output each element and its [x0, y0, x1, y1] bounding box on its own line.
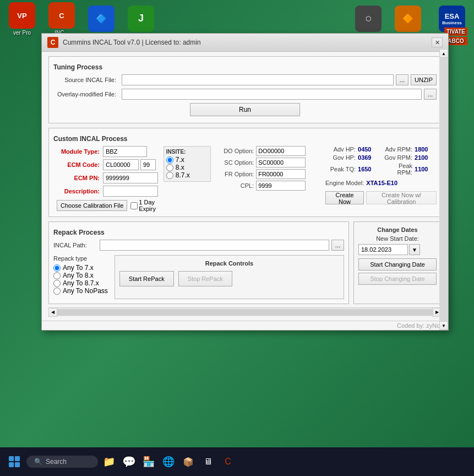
repack-7x-radio[interactable] [53, 264, 61, 272]
description-row: Description: [53, 186, 159, 197]
choose-calibration-button[interactable]: Choose Calibration File [57, 200, 127, 211]
desktop-icon-3[interactable]: 🔷 [84, 6, 119, 33]
taskbar-teams-icon[interactable]: 💬 [120, 453, 138, 470]
module-type-input[interactable] [103, 146, 147, 157]
peak-tq-label: Peak TQ: [325, 166, 356, 172]
desktop-icon-ver-pro[interactable]: VP ver Pro [4, 2, 40, 36]
calendar-button[interactable]: ▼ [409, 244, 420, 255]
day-expiry-checkbox[interactable] [130, 202, 138, 209]
adv-section: Adv HP: 0450 Adv RPM: 1800 Gov HP: 0369 … [325, 146, 437, 204]
repack-8x-label: Any To 8.x [63, 272, 94, 279]
engine-model-row: Engine Model: XTA15-E10 [325, 180, 437, 186]
taskbar-search[interactable]: 🔍 Search [26, 456, 98, 468]
hscroll-track[interactable] [57, 309, 433, 316]
ecm-code-label: ECM Code: [53, 161, 103, 168]
vscroll-up-arrow[interactable]: ▲ [439, 49, 448, 58]
create-now-calibration-button[interactable]: Create Now w/ Calibration [366, 191, 437, 204]
repack-7x-label: Any To 7.x [63, 264, 94, 272]
dialog-title-text: Cummins INCAL Tool v7.0 | Licensed to: a… [63, 39, 201, 46]
overlay-browse-button[interactable]: ... [424, 89, 437, 100]
hscroll-left-arrow[interactable]: ◀ [48, 308, 57, 317]
ecm-code-suffix-input[interactable] [140, 159, 156, 170]
repack-buttons: Start RePack Stop RePack [119, 271, 339, 286]
new-start-date-input[interactable] [358, 244, 408, 255]
sc-option-input[interactable] [256, 158, 306, 167]
adv-hp-value: 0450 [358, 146, 380, 153]
dialog-close-button[interactable]: ✕ [432, 37, 443, 47]
incal-path-input[interactable] [100, 240, 329, 251]
custom-incal-title: Custom INCAL Process [53, 135, 437, 143]
vertical-scrollbar[interactable]: ▲ ▼ [439, 49, 448, 330]
do-option-input[interactable] [256, 146, 306, 156]
create-now-button[interactable]: Create Now [325, 191, 364, 204]
engine-model-label: Engine Model: [325, 180, 364, 186]
insite-87x-label: 8.7.x [176, 171, 190, 179]
stop-repack-button[interactable]: Stop RePack [178, 271, 232, 286]
insite-7x-radio[interactable] [166, 156, 173, 164]
description-input[interactable] [103, 186, 158, 197]
module-type-label: Module Type: [53, 148, 103, 155]
taskbar-app1-icon[interactable]: 📦 [179, 453, 197, 470]
incal-path-row: INCAL Path: ... [53, 240, 344, 251]
insite-8x-radio[interactable] [166, 164, 173, 171]
desktop-icon-5[interactable]: ⬡ [351, 6, 386, 33]
options-section: DO Option: SC Option: FR Option: [215, 146, 321, 191]
vscroll-track[interactable] [439, 58, 448, 321]
source-incal-input[interactable] [122, 74, 394, 85]
ecm-pn-label: ECM PN: [53, 175, 103, 181]
custom-incal-section: Custom INCAL Process Module Type: ECM Co… [48, 128, 442, 217]
desktop-icon-6[interactable]: 🔶 [390, 6, 426, 33]
repack-area: Repack Process INCAL Path: ... Repack ty… [48, 221, 442, 304]
ecm-code-row: ECM Code: [53, 159, 159, 170]
taskbar-store-icon[interactable]: 🏪 [140, 453, 157, 470]
start-button[interactable] [4, 452, 24, 472]
source-incal-row: Source INCAL File: ... UNZIP [53, 74, 437, 85]
dialog-title-icon: C [47, 37, 58, 48]
vscroll-down-arrow[interactable]: ▼ [439, 321, 448, 330]
fr-option-input[interactable] [256, 169, 306, 179]
repack-any-8x[interactable]: Any To 8.x [53, 272, 108, 279]
repack-87x-radio[interactable] [53, 280, 61, 287]
options-col: DO Option: SC Option: FR Option: [215, 146, 321, 212]
repack-8x-radio[interactable] [53, 272, 61, 279]
desktop-icon-4[interactable]: J [123, 6, 159, 33]
start-changing-date-button[interactable]: Start Changing Date [358, 258, 437, 271]
incal-path-label: INCAL Path: [53, 242, 97, 248]
taskbar-rdp-icon[interactable]: 🖥 [199, 453, 217, 470]
adv-hp-label: Adv HP: [325, 146, 356, 153]
insite-7x-option[interactable]: 7.x [166, 156, 208, 164]
insite-87x-option[interactable]: 8.7.x [166, 171, 208, 179]
repack-any-87x[interactable]: Any To 8.7.x [53, 279, 108, 287]
taskbar-app2-icon[interactable]: C [219, 453, 237, 470]
run-button[interactable]: Run [190, 103, 300, 116]
taskbar-edge-icon[interactable]: 🌐 [160, 453, 177, 470]
repack-left-area: Repack Process INCAL Path: ... Repack ty… [53, 226, 344, 299]
cpl-input[interactable] [256, 181, 306, 191]
repack-any-7x[interactable]: Any To 7.x [53, 264, 108, 272]
repack-nopass-radio[interactable] [53, 288, 61, 295]
date-input-row: ▼ [358, 244, 437, 255]
desktop-icon-inc[interactable]: C INC... [44, 2, 79, 36]
start-repack-button[interactable]: Start RePack [119, 271, 174, 286]
dialog-body: Tuning Process Source INCAL File: ... UN… [42, 52, 448, 321]
do-option-label: DO Option: [215, 148, 254, 154]
unzip-button[interactable]: UNZIP [411, 74, 437, 85]
stop-changing-date-button[interactable]: Stop Changing Date [358, 273, 437, 285]
tuning-process-section: Tuning Process Source INCAL File: ... UN… [48, 56, 442, 123]
overlay-file-input[interactable] [122, 89, 422, 100]
ecm-pn-input[interactable] [103, 172, 158, 183]
peak-rpm-value: 1100 [415, 166, 437, 172]
module-type-row: Module Type: [53, 146, 159, 157]
insite-8x-option[interactable]: 8.x [166, 164, 208, 171]
taskbar-file-explorer-icon[interactable]: 📁 [100, 453, 118, 470]
ecm-code-input[interactable] [103, 159, 139, 170]
repack-any-nopass[interactable]: Any To NoPass [53, 287, 108, 295]
insite-7x-label: 7.x [176, 156, 184, 164]
dialog-title-left: C Cummins INCAL Tool v7.0 | Licensed to:… [47, 37, 201, 48]
insite-border: INSITE: 7.x 8.x 8.7.x [164, 146, 211, 182]
repack-browse-button[interactable]: ... [331, 240, 344, 251]
insite-87x-radio[interactable] [166, 172, 173, 179]
source-browse-button[interactable]: ... [396, 74, 408, 85]
gov-hp-label: Gov HP: [325, 154, 356, 161]
horizontal-scrollbar[interactable]: ◀ ▶ [48, 307, 442, 316]
